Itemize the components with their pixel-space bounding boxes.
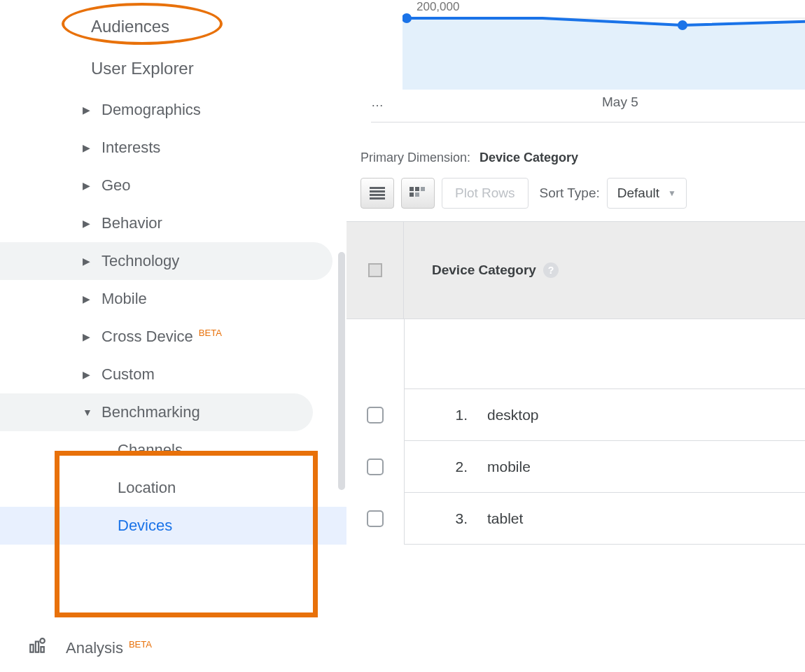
table-row: 1. desktop [346,389,805,441]
svg-rect-9 [370,194,385,196]
caret-down-icon: ▼ [83,407,92,418]
row-checkbox[interactable] [367,407,384,424]
sidebar-item-demographics[interactable]: ▶ Demographics [0,91,346,129]
sidebar-item-geo[interactable]: ▶ Geo [0,167,346,204]
sidebar-item-technology[interactable]: ▶ Technology [0,242,332,280]
sort-type-select[interactable]: Default ▼ [607,178,687,209]
svg-rect-1 [36,642,38,652]
select-all-cell [346,222,404,318]
row-value[interactable]: desktop [487,407,539,424]
sidebar: Audiences User Explorer ▶ Demographics ▶… [0,0,346,672]
row-checkbox[interactable] [367,510,384,527]
grid-icon [410,187,426,200]
view-grid-button[interactable] [401,178,435,209]
beta-badge: BETA [129,639,152,650]
sidebar-item-label: Benchmarking [102,403,200,421]
chevron-down-icon: ▼ [668,188,676,198]
sidebar-item-label: Interests [102,139,160,157]
sidebar-item-benchmarking[interactable]: ▼ Benchmarking [0,393,313,431]
sidebar-subitem-location[interactable]: Location [0,469,346,507]
list-icon [370,187,385,200]
row-index: 1. [433,407,468,424]
x-axis-ellipsis: … [371,95,384,110]
caret-right-icon: ▶ [83,369,90,380]
toolbar: Plot Rows Sort Type: Default ▼ [360,178,805,209]
sidebar-item-label: User Explorer [91,59,194,78]
sidebar-item-label: Demographics [102,101,201,119]
help-icon[interactable]: ? [543,262,559,278]
svg-point-6 [678,20,687,30]
table-row: 3. tablet [346,493,805,545]
sort-type-value: Default [617,186,659,201]
column-header-label: Device Category [432,262,536,278]
sidebar-item-label: Custom [102,365,155,384]
sidebar-item-mobile[interactable]: ▶ Mobile [0,280,346,318]
caret-right-icon: ▶ [83,142,90,153]
plot-rows-button[interactable]: Plot Rows [442,178,528,209]
select-all-checkbox[interactable] [368,263,382,277]
svg-point-3 [40,638,45,643]
sort-type-label: Sort Type: [540,186,600,201]
primary-dimension-row: Primary Dimension: Device Category [346,150,805,165]
sidebar-subitem-channels[interactable]: Channels [0,431,346,469]
sidebar-item-custom[interactable]: ▶ Custom [0,356,346,393]
view-list-button[interactable] [360,178,394,209]
sidebar-item-cross-device[interactable]: ▶ Cross Device BETA [0,318,346,356]
sidebar-item-label: Mobile [102,290,147,308]
sidebar-item-label: Location [118,479,176,496]
sidebar-item-analysis[interactable]: Analysis BETA [28,637,152,659]
chart-line [402,6,805,90]
caret-right-icon: ▶ [83,331,90,342]
data-table: Device Category ? 1. desktop 2. mobi [346,221,805,545]
table-spacer [346,319,805,389]
caret-right-icon: ▶ [83,180,90,191]
caret-right-icon: ▶ [83,255,90,267]
chart-divider [371,122,805,122]
sidebar-item-interests[interactable]: ▶ Interests [0,129,346,167]
sidebar-item-label: Behavior [102,214,162,232]
chart: 200,000 … May 5 [360,0,805,122]
svg-rect-15 [415,192,419,197]
svg-rect-12 [415,187,419,191]
caret-right-icon: ▶ [83,218,90,229]
sidebar-item-label: Audiences [91,17,169,36]
sidebar-item-label: Cross Device [102,328,193,346]
svg-rect-14 [410,192,414,197]
sidebar-subitem-devices[interactable]: Devices [0,507,346,545]
caret-right-icon: ▶ [83,293,90,304]
primary-dimension-label: Primary Dimension: [360,150,470,164]
sidebar-item-label: Devices [118,517,172,534]
analysis-icon [28,637,46,659]
beta-badge: BETA [199,328,222,338]
sidebar-item-behavior[interactable]: ▶ Behavior [0,204,346,242]
row-value[interactable]: tablet [487,510,523,527]
table-row: 2. mobile [346,441,805,493]
sidebar-item-user-explorer[interactable]: User Explorer [0,46,346,91]
sidebar-item-audiences[interactable]: Audiences [0,7,346,46]
x-axis-label: May 5 [602,94,638,110]
svg-rect-10 [370,197,385,200]
sidebar-item-label: Technology [102,252,179,270]
svg-rect-8 [370,190,385,192]
svg-rect-11 [410,187,414,191]
svg-rect-0 [30,645,33,652]
main-content: 200,000 … May 5 Primary Dimension: Devic… [346,0,805,672]
table-header: Device Category ? [346,221,805,319]
caret-right-icon: ▶ [83,104,90,115]
row-checkbox[interactable] [367,458,384,475]
svg-rect-7 [370,187,385,189]
scrollbar[interactable] [338,252,345,490]
sidebar-item-label: Channels [118,441,183,458]
sidebar-item-label: Analysis [66,639,123,657]
row-value[interactable]: mobile [487,458,531,475]
column-header-device-category[interactable]: Device Category ? [404,222,805,318]
row-index: 2. [433,458,468,475]
svg-rect-13 [421,187,425,191]
row-index: 3. [433,510,468,527]
sidebar-item-label: Geo [102,176,131,195]
svg-rect-2 [41,647,43,652]
primary-dimension-value[interactable]: Device Category [479,150,578,164]
